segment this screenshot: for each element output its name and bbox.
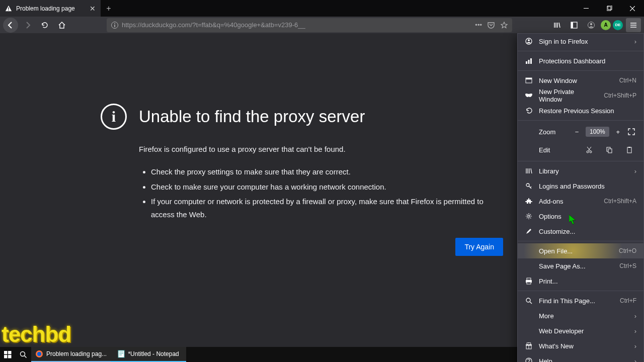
- sidebar-icon[interactable]: [567, 18, 582, 32]
- tab-title: Problem loading page: [16, 5, 75, 12]
- svg-rect-29: [527, 282, 531, 284]
- reload-button[interactable]: [37, 18, 52, 32]
- dashboard-icon: [525, 57, 533, 65]
- svg-rect-23: [627, 147, 631, 153]
- menu-customize[interactable]: Customize...: [518, 224, 643, 239]
- restore-icon: [525, 107, 533, 115]
- minimize-button[interactable]: [575, 0, 598, 17]
- account-icon[interactable]: [584, 18, 599, 32]
- menu-new-window[interactable]: New Window Ctrl+N: [518, 73, 643, 88]
- chevron-right-icon: ›: [634, 342, 636, 350]
- tab-close-icon[interactable]: ✕: [90, 5, 96, 13]
- svg-rect-2: [584, 8, 589, 9]
- menu-sign-in[interactable]: Sign in to Firefox ›: [518, 34, 643, 49]
- zoom-out-button[interactable]: −: [572, 125, 582, 138]
- window-controls: [575, 0, 644, 17]
- page-actions-icon[interactable]: •••: [475, 21, 482, 29]
- menu-logins[interactable]: Logins and Passwords: [518, 178, 643, 194]
- zoom-level[interactable]: 100%: [586, 127, 609, 137]
- menu-help[interactable]: Help ›: [518, 353, 643, 362]
- svg-rect-3: [607, 7, 611, 11]
- puzzle-icon: [525, 197, 533, 205]
- gift-icon: [525, 342, 533, 350]
- svg-rect-15: [528, 60, 530, 64]
- chevron-right-icon: ›: [634, 357, 636, 363]
- menu-save-page[interactable]: Save Page As... Ctrl+S: [518, 258, 643, 274]
- menu-private-window[interactable]: New Private Window Ctrl+Shift+P: [518, 88, 643, 103]
- chevron-right-icon: ›: [634, 312, 636, 320]
- try-again-button[interactable]: Try Again: [455, 238, 503, 256]
- menu-restore-session[interactable]: Restore Previous Session: [518, 103, 643, 118]
- svg-rect-22: [608, 149, 612, 153]
- menu-options[interactable]: Options: [518, 209, 643, 224]
- watermark: techbd: [2, 322, 71, 347]
- print-icon: [525, 277, 533, 285]
- svg-point-19: [587, 151, 589, 153]
- forward-button[interactable]: [20, 18, 35, 32]
- error-title: Unable to find the proxy server: [139, 107, 365, 126]
- window-icon: [525, 76, 533, 84]
- svg-rect-14: [526, 61, 527, 64]
- svg-rect-16: [530, 58, 532, 64]
- menu-find[interactable]: Find in This Page... Ctrl+F: [518, 293, 643, 308]
- paste-button[interactable]: [622, 143, 636, 156]
- svg-rect-43: [118, 350, 124, 357]
- back-button[interactable]: [3, 18, 18, 33]
- svg-point-42: [37, 352, 41, 356]
- library-icon[interactable]: [549, 18, 565, 32]
- zoom-in-button[interactable]: +: [613, 125, 623, 138]
- search-button[interactable]: [16, 347, 31, 362]
- svg-rect-6: [114, 25, 115, 27]
- notepad-icon: [118, 350, 125, 358]
- browser-tab[interactable]: Problem loading page ✕: [0, 0, 101, 17]
- home-button[interactable]: [54, 18, 69, 32]
- svg-rect-24: [628, 147, 630, 148]
- svg-point-11: [590, 23, 592, 25]
- svg-point-30: [526, 298, 530, 302]
- firefox-icon: [35, 350, 43, 358]
- brush-icon: [525, 227, 533, 235]
- info-icon[interactable]: [111, 21, 119, 29]
- extension-badge-b[interactable]: DE: [613, 20, 623, 30]
- app-menu: Sign in to Firefox › Protections Dashboa…: [517, 33, 644, 362]
- menu-library[interactable]: Library ›: [518, 163, 643, 178]
- menu-protections[interactable]: Protections Dashboard: [518, 53, 643, 68]
- app-menu-button[interactable]: [626, 18, 641, 32]
- account-icon: [525, 37, 533, 45]
- pocket-icon[interactable]: [487, 21, 495, 29]
- svg-rect-18: [526, 78, 532, 79]
- svg-rect-39: [8, 355, 12, 358]
- error-bullet: Check the proxy settings to make sure th…: [151, 165, 503, 178]
- svg-rect-37: [8, 351, 12, 354]
- fullscreen-button[interactable]: [627, 125, 636, 138]
- cut-button[interactable]: [582, 143, 596, 156]
- close-button[interactable]: [621, 0, 644, 17]
- browser-toolbar: https://duckduckgo.com/?t=ffab&q=%40goog…: [0, 17, 644, 33]
- menu-print[interactable]: Print...: [518, 274, 643, 289]
- menu-addons[interactable]: Add-ons Ctrl+Shift+A: [518, 194, 643, 209]
- help-icon: [525, 357, 533, 362]
- error-suggestions: Check the proxy settings to make sure th…: [151, 165, 513, 221]
- svg-rect-9: [571, 22, 573, 28]
- menu-web-developer[interactable]: Web Developer ›: [518, 323, 643, 338]
- taskbar-firefox[interactable]: Problem loading pag...: [31, 347, 111, 362]
- url-bar[interactable]: https://duckduckgo.com/?t=ffab&q=%40goog…: [107, 18, 512, 32]
- new-tab-button[interactable]: +: [101, 0, 117, 17]
- taskbar-notepad[interactable]: *Untitled - Notepad: [111, 347, 186, 362]
- start-button[interactable]: [0, 347, 16, 362]
- svg-rect-7: [114, 23, 115, 24]
- maximize-button[interactable]: [598, 0, 621, 17]
- menu-whats-new[interactable]: What's New ›: [518, 338, 643, 353]
- svg-rect-4: [608, 6, 612, 10]
- svg-rect-36: [4, 351, 8, 354]
- url-text: https://duckduckgo.com/?t=ffab&q=%40goog…: [122, 21, 472, 29]
- bookmark-star-icon[interactable]: [500, 21, 508, 29]
- menu-open-file[interactable]: Open File... Ctrl+O: [518, 243, 643, 258]
- svg-point-40: [21, 351, 25, 356]
- error-info-icon: i: [101, 104, 127, 130]
- error-bullet: Check to make sure your computer has a w…: [151, 180, 503, 194]
- copy-button[interactable]: [602, 143, 616, 156]
- extension-badge-a[interactable]: A: [601, 20, 611, 30]
- chevron-right-icon: ›: [634, 167, 636, 175]
- menu-more[interactable]: More ›: [518, 308, 643, 323]
